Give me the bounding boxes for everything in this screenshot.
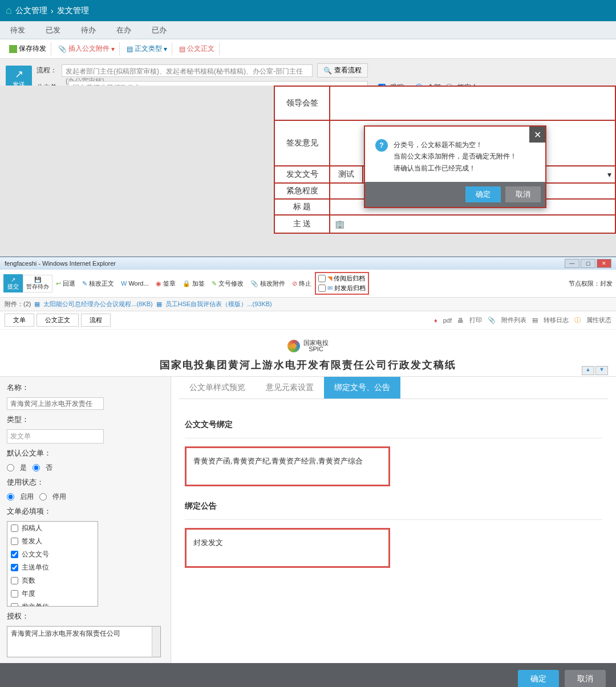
rss-icon: ◥ bbox=[327, 275, 332, 282]
window-titlebar: fengfaceshi - Windows Internet Explorer … bbox=[0, 257, 616, 270]
doc-type-button[interactable]: ▤正文类型▾ bbox=[122, 42, 172, 55]
tab-pending-send[interactable]: 待发 bbox=[0, 22, 35, 39]
ie-window: fengfaceshi - Windows Internet Explorer … bbox=[0, 257, 616, 376]
req-checkbox[interactable] bbox=[11, 525, 18, 532]
insert-attachment-button[interactable]: 📎插入公文附件▾ bbox=[54, 42, 120, 55]
auth-box[interactable]: 青海黄河上游水电开发有限责任公司 bbox=[7, 626, 161, 657]
info-icon: ⓘ bbox=[574, 316, 581, 324]
scrollbar[interactable] bbox=[152, 627, 160, 657]
tab-sent[interactable]: 已发 bbox=[35, 22, 71, 39]
attr-status-link[interactable]: 属性状态 bbox=[586, 316, 611, 324]
scroll-down-button[interactable]: ▼ bbox=[595, 366, 608, 375]
default-no-radio[interactable] bbox=[33, 464, 40, 471]
disable-radio[interactable] bbox=[39, 493, 47, 501]
flow-label: 流程： bbox=[37, 66, 57, 75]
transfer-log-link[interactable]: 转移日志 bbox=[544, 316, 569, 324]
config-right-panel: 公文单样式预览 意见元素设置 绑定文号、公告 公文文号绑定 青黄资产函,青黄资产… bbox=[171, 377, 616, 663]
window-title: fengfaceshi - Windows Internet Explorer bbox=[5, 260, 116, 267]
attachment-link-2[interactable]: 员工HSE自我评估表（模版）...(93KB) bbox=[165, 300, 272, 308]
docnum-change-button[interactable]: ✎文号修改 bbox=[208, 278, 247, 289]
tab-opinion-element[interactable]: 意见元素设置 bbox=[256, 377, 324, 399]
confirm-dialog: ✕ ? 分类号，公文标题不能为空！ 当前公文未添加附件，是否确定无附件！ 请确认… bbox=[364, 125, 546, 208]
back-icon: ↩ bbox=[56, 280, 61, 287]
save-pending-button[interactable]: 💾暂存待办 bbox=[23, 275, 52, 292]
word-button[interactable]: WWord... bbox=[117, 279, 152, 288]
default-form-label: 默认公文单： bbox=[7, 448, 164, 458]
doc-tab-flow[interactable]: 流程 bbox=[81, 314, 111, 327]
req-checkbox[interactable] bbox=[11, 564, 18, 571]
req-checkbox[interactable] bbox=[11, 603, 18, 607]
scroll-up-button[interactable]: ▲ bbox=[582, 366, 594, 375]
terminate-button[interactable]: ⊘终止 bbox=[289, 278, 315, 289]
encrypt-button[interactable]: 🔒加签 bbox=[179, 278, 208, 289]
log-icon: ▤ bbox=[532, 316, 538, 324]
dropdown-icon[interactable]: ▾ bbox=[607, 170, 611, 179]
use-status-label: 使用状态： bbox=[7, 477, 164, 487]
archive-options: ◥传阅后归档 ✉封发后归档 bbox=[315, 272, 369, 295]
window-close-button[interactable]: ✕ bbox=[597, 259, 611, 268]
footer-ok-button[interactable]: 确定 bbox=[518, 670, 559, 687]
right-tabs: 公文单样式预览 意见元素设置 绑定文号、公告 bbox=[179, 377, 608, 399]
home-icon[interactable]: ⌂ bbox=[6, 5, 12, 17]
doc-tab-body[interactable]: 公文正文 bbox=[37, 314, 79, 327]
list-item: 发文单位 bbox=[7, 600, 98, 607]
enable-radio[interactable] bbox=[7, 493, 14, 501]
req-checkbox[interactable] bbox=[11, 577, 18, 584]
tab-bind-number[interactable]: 绑定文号、公告 bbox=[324, 377, 400, 399]
leader-sign-cell: 领导会签 bbox=[274, 86, 330, 120]
tab-in-progress[interactable]: 在办 bbox=[106, 22, 141, 39]
breadcrumb-page[interactable]: 发文管理 bbox=[57, 6, 89, 16]
submit-button[interactable]: ↗提交 bbox=[3, 274, 23, 292]
breadcrumb-app[interactable]: 公文管理 bbox=[15, 6, 47, 16]
flow-input[interactable]: 发起者部门主任(拟稿部室审核)、发起者秘书核稿(秘书核稿)、办公室-部门主任(办… bbox=[62, 64, 313, 77]
footer-cancel-button[interactable]: 取消 bbox=[565, 670, 606, 687]
doc-body-button[interactable]: ▤公文正文 bbox=[175, 42, 220, 55]
close-button[interactable]: ✕ bbox=[529, 127, 545, 143]
doc-number-value[interactable]: 测试 bbox=[330, 166, 363, 183]
tab-done[interactable]: 已办 bbox=[141, 22, 177, 39]
attachment-link-1[interactable]: 太阳能公司总经理办公会议规程...(8KB) bbox=[43, 300, 152, 308]
doc-icon: ▤ bbox=[179, 45, 185, 53]
dialog-cancel-button[interactable]: 取消 bbox=[505, 186, 541, 202]
required-label: 文单必填项： bbox=[7, 506, 164, 517]
org-picker-icon[interactable]: 🏢 bbox=[335, 219, 345, 229]
bind-notice-title: 绑定公告 bbox=[185, 501, 602, 511]
req-checkbox[interactable] bbox=[11, 538, 18, 545]
review-attach-button[interactable]: 📎核改附件 bbox=[247, 278, 289, 289]
seal-archive-checkbox[interactable] bbox=[318, 284, 326, 292]
doc-icon: ▤ bbox=[127, 45, 133, 53]
auth-label: 授权： bbox=[7, 611, 164, 621]
list-item: 公文文号 bbox=[7, 548, 98, 561]
tab-style-preview[interactable]: 公文单样式预览 bbox=[179, 377, 256, 399]
dialog-ok-button[interactable]: 确定 bbox=[465, 186, 501, 202]
save-pending-button[interactable]: 保存待发 bbox=[5, 42, 51, 55]
document-title: 国家电投集团黄河上游水电开发有限责任公司行政发文稿纸 bbox=[0, 358, 616, 372]
doc-number-binding-box[interactable]: 青黄资产函,青黄资产纪,青黄资产经营,青黄资产综合 bbox=[185, 446, 390, 486]
retreat-button[interactable]: ↩回退 bbox=[52, 278, 79, 289]
circulate-archive-checkbox[interactable] bbox=[318, 275, 326, 282]
default-yes-radio[interactable] bbox=[7, 464, 14, 471]
name-input[interactable] bbox=[7, 397, 104, 410]
minimize-button[interactable]: — bbox=[565, 259, 579, 268]
toolbar: 保存待发 📎插入公文附件▾ ▤正文类型▾ ▤公文正文 bbox=[0, 39, 616, 59]
maximize-button[interactable]: ▢ bbox=[581, 259, 595, 268]
notice-binding-box[interactable]: 封发发文 bbox=[185, 528, 390, 568]
print-link[interactable]: 打印 bbox=[469, 316, 482, 324]
main-send-cell: 主 送 bbox=[274, 215, 330, 233]
tab-todo[interactable]: 待办 bbox=[71, 22, 106, 39]
list-icon: 📎 bbox=[488, 316, 496, 324]
req-checkbox[interactable] bbox=[11, 551, 18, 558]
doc-tab-form[interactable]: 文单 bbox=[5, 314, 34, 327]
dropdown-icon: ▾ bbox=[164, 45, 167, 53]
doc-number-cell: 发文文号 bbox=[274, 166, 330, 183]
sign-button[interactable]: ◉签章 bbox=[152, 278, 179, 289]
submit-icon: ↗ bbox=[11, 277, 15, 283]
attach-list-link[interactable]: 附件列表 bbox=[501, 316, 526, 324]
required-list[interactable]: 拟稿人 签发人 公文文号 主送单位 页数 年度 发文单位 bbox=[7, 521, 98, 607]
word-icon: W bbox=[121, 280, 127, 287]
pdf-link[interactable]: pdf bbox=[443, 317, 452, 324]
review-body-button[interactable]: ✎核改正文 bbox=[79, 278, 117, 289]
list-item: 页数 bbox=[7, 574, 98, 587]
view-flow-button[interactable]: 🔍查看流程 bbox=[317, 63, 368, 78]
req-checkbox[interactable] bbox=[11, 590, 18, 597]
